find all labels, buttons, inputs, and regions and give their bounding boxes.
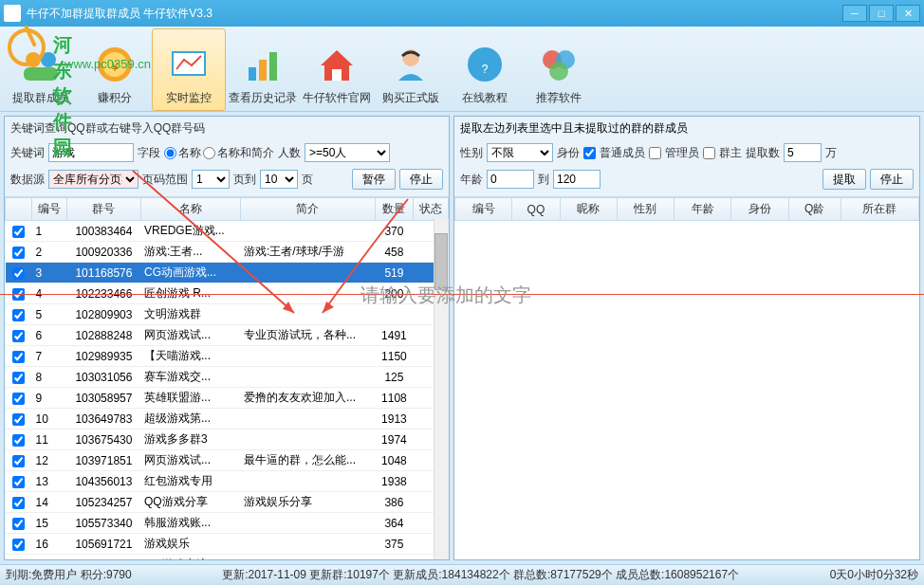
maximize-button[interactable]: □: [869, 5, 894, 22]
main-toolbar: 提取群成员¥赚积分实时监控查看历史记录牛仔软件官网购买正式版?在线教程推荐软件: [0, 27, 924, 112]
svg-rect-9: [269, 52, 277, 81]
page-from-select[interactable]: 1: [192, 170, 230, 189]
svg-point-0: [26, 52, 41, 67]
row-checkbox[interactable]: [12, 539, 25, 551]
toolbar-home[interactable]: 牛仔软件官网: [300, 28, 374, 111]
table-row[interactable]: 11103675430游戏多多群31974: [6, 430, 449, 450]
table-row[interactable]: 5102809903文明游戏群: [6, 304, 449, 325]
status-center: 更新:2017-11-09 更新群:10197个 更新成员:184134822个…: [222, 567, 739, 583]
age-to-input[interactable]: [553, 170, 601, 189]
col-header[interactable]: 身份: [731, 198, 788, 221]
table-row[interactable]: 7102989935【天喵游戏...1150: [6, 346, 449, 367]
table-row[interactable]: 1100383464VREDGE游戏...370: [6, 221, 449, 242]
gender-select[interactable]: 不限: [487, 143, 553, 162]
col-header[interactable]: 性别: [617, 198, 674, 221]
svg-text:¥: ¥: [111, 61, 119, 74]
help-icon: ?: [461, 41, 508, 88]
table-row[interactable]: 10103649783超级游戏第...1913: [6, 409, 449, 430]
home-icon: [313, 41, 360, 88]
right-header: 提取左边列表里选中且未提取过的群的群成员: [460, 120, 914, 137]
row-checkbox[interactable]: [12, 226, 25, 238]
extract-count-label: 提取数: [746, 145, 780, 161]
col-header[interactable]: 编号: [455, 198, 512, 221]
row-checkbox[interactable]: [12, 497, 25, 509]
table-row[interactable]: 9103058957英雄联盟游...爱撸的友友欢迎加入...1108: [6, 388, 449, 409]
chk-owner[interactable]: [703, 147, 715, 159]
radio-name-desc[interactable]: [203, 147, 215, 159]
row-checkbox[interactable]: [12, 351, 25, 363]
window-title: 牛仔不加群提取群成员 牛仔软件V3.3: [27, 6, 842, 22]
table-row[interactable]: 6102888248网页游戏试...专业页游试玩，各种...1491: [6, 325, 449, 346]
right-panel: 提取左边列表里选中且未提取过的群的群成员 性别 不限 身份 普通成员 管理员 群…: [453, 116, 920, 560]
chk-member[interactable]: [583, 147, 596, 159]
toolbar-chart[interactable]: 查看历史记录: [226, 28, 300, 111]
col-header[interactable]: 数量: [376, 198, 413, 221]
toolbar-coin[interactable]: ¥赚积分: [78, 28, 152, 111]
row-checkbox[interactable]: [12, 309, 25, 321]
extract-count-input[interactable]: [784, 143, 822, 162]
table-row[interactable]: 16105691721游戏娱乐375: [6, 534, 449, 555]
col-header[interactable]: 状态: [413, 198, 448, 221]
row-checkbox[interactable]: [12, 247, 25, 259]
col-header[interactable]: 编号: [32, 198, 67, 221]
table-row[interactable]: 2100920336游戏:王者...游戏:王者/球球/手游458: [6, 242, 449, 263]
keyword-input[interactable]: [48, 143, 134, 162]
chart-icon: [239, 41, 286, 88]
close-button[interactable]: ✕: [896, 5, 920, 22]
age-from-input[interactable]: [487, 170, 534, 189]
stop-button-right[interactable]: 停止: [870, 169, 914, 190]
source-select[interactable]: 全库所有分页类: [48, 170, 139, 189]
chk-admin[interactable]: [649, 147, 661, 159]
col-header[interactable]: 年龄: [675, 198, 731, 221]
row-checkbox[interactable]: [12, 476, 25, 488]
row-checkbox[interactable]: [12, 330, 25, 342]
toolbar-monitor[interactable]: 实时监控: [152, 28, 226, 111]
table-row[interactable]: 3101168576CG动画游戏...519: [6, 263, 449, 283]
row-checkbox[interactable]: [12, 455, 25, 467]
table-row[interactable]: 4102233466匠创游戏 R...200: [6, 283, 449, 304]
col-header[interactable]: QQ: [512, 198, 560, 221]
row-checkbox[interactable]: [12, 393, 25, 405]
count-select[interactable]: >=50人: [305, 143, 390, 162]
role-label: 身份: [557, 145, 580, 161]
circles-icon: [535, 41, 582, 88]
table-row[interactable]: 13104356013红包游戏专用1938: [6, 471, 449, 492]
toolbar-help[interactable]: ?在线教程: [448, 28, 522, 111]
table-row[interactable]: 15105573340韩服游戏账...364: [6, 513, 449, 534]
keyword-label: 关键词: [10, 145, 45, 161]
row-checkbox[interactable]: [12, 518, 25, 530]
right-table-wrap[interactable]: 编号QQ昵称性别年龄身份Q龄所在群: [454, 197, 919, 559]
col-header[interactable]: Q龄: [788, 198, 841, 221]
page-to-select[interactable]: 10: [260, 170, 298, 189]
svg-rect-2: [24, 67, 58, 81]
left-panel: 关键词查询QQ群或右键导入QQ群号码 关键词 字段 名称 名称和简介 人数 >=…: [4, 116, 450, 560]
row-checkbox[interactable]: [12, 267, 25, 280]
row-checkbox[interactable]: [12, 434, 25, 447]
table-row[interactable]: 14105234257QQ游戏分享游戏娱乐分享386: [6, 492, 449, 513]
radio-name[interactable]: [164, 147, 176, 159]
toolbar-people[interactable]: 提取群成员: [4, 28, 78, 111]
col-header[interactable]: 所在群: [841, 198, 918, 221]
toolbar-circles[interactable]: 推荐软件: [522, 28, 596, 111]
minimize-button[interactable]: ─: [842, 5, 867, 22]
table-row[interactable]: 12103971851网页游戏试...最牛逼的群，怎么能...1048: [6, 450, 449, 471]
toolbar-support[interactable]: 购买正式版: [374, 28, 448, 111]
group-table: 编号群号名称简介数量状态 1100383464VREDGE游戏...370210…: [5, 197, 449, 559]
row-checkbox[interactable]: [12, 413, 25, 426]
row-checkbox[interactable]: [12, 288, 25, 301]
left-table-wrap[interactable]: 编号群号名称简介数量状态 1100383464VREDGE游戏...370210…: [5, 197, 449, 559]
extract-button[interactable]: 提取: [822, 169, 866, 190]
table-row[interactable]: 8103031056赛车游戏交...125: [6, 367, 449, 388]
col-header[interactable]: 简介: [240, 198, 376, 221]
statusbar: 到期:免费用户 积分:9790 更新:2017-11-09 更新群:10197个…: [0, 564, 924, 585]
row-checkbox[interactable]: [12, 372, 25, 384]
table-row[interactable]: 1710689834391y游戏交流1989: [6, 555, 449, 560]
scrollbar-vertical[interactable]: [434, 218, 449, 559]
col-header[interactable]: 昵称: [560, 198, 617, 221]
col-header[interactable]: 名称: [140, 198, 240, 221]
left-header: 关键词查询QQ群或右键导入QQ群号码: [10, 120, 443, 137]
status-left: 到期:免费用户 积分:9790: [6, 567, 132, 583]
pause-button[interactable]: 暂停: [352, 169, 396, 190]
col-header[interactable]: 群号: [67, 198, 140, 221]
stop-button-left[interactable]: 停止: [399, 169, 443, 190]
